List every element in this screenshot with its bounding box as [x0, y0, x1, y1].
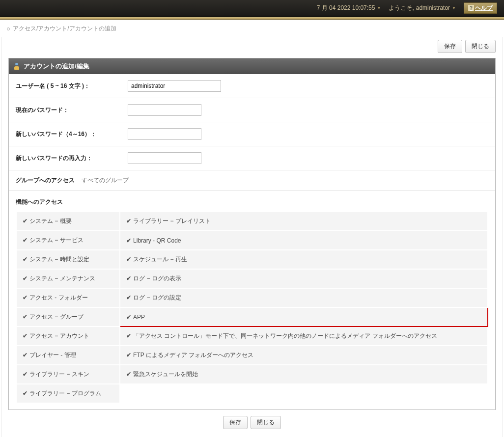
- perm-cell[interactable]: ✔プレイヤー - 管理: [16, 346, 120, 365]
- perm-cell[interactable]: ✔アクセス − グループ: [16, 307, 120, 327]
- confirm-password-input[interactable]: [128, 152, 201, 164]
- save-button[interactable]: 保存: [438, 40, 462, 53]
- check-icon: ✔: [23, 275, 28, 282]
- perm-cell[interactable]: ✔アクセス − アカウント: [16, 327, 120, 346]
- content-area: 保存 閉じる アカウントの追加/編集 ユーザー名 ( 5 ~ 16 文字 )： …: [1, 37, 503, 437]
- perm-cell[interactable]: ✔システム − メンテナンス: [16, 269, 120, 288]
- perm-cell[interactable]: ✔緊急スケジュールを開始: [120, 365, 488, 384]
- check-icon: ✔: [126, 332, 131, 339]
- confirm-password-label: 新しいパスワードの再入力：: [16, 154, 128, 163]
- row-username: ユーザー名 ( 5 ~ 16 文字 )：: [9, 74, 495, 98]
- check-icon: ✔: [23, 218, 28, 224]
- table-row: ✔システム − メンテナンス ✔ログ − ログの表示: [16, 269, 488, 288]
- datetime-display[interactable]: 7 月 04 2022 10:07:55 ▼: [317, 4, 381, 12]
- table-row: ✔システム − 時間と設定 ✔スケジュール − 再生: [16, 250, 488, 269]
- close-button[interactable]: 閉じる: [465, 40, 496, 53]
- check-icon: ✔: [23, 294, 28, 301]
- table-row: ✔アクセス - フォルダー ✔ログ − ログの設定: [16, 288, 488, 307]
- perm-cell[interactable]: ✔FTP によるメディア フォルダーへのアクセス: [120, 346, 488, 365]
- check-icon: ✔: [126, 314, 131, 321]
- check-icon: ✔: [23, 332, 28, 339]
- top-button-row: 保存 閉じる: [8, 37, 496, 58]
- table-row: ✔アクセス − アカウント ✔「アクセス コントロール」モード下で、同一ネットワ…: [16, 327, 488, 346]
- perm-cell[interactable]: ✔システム − サービス: [16, 231, 120, 250]
- permission-table: ✔システム − 概要 ✔ライブラリー − プレイリスト ✔システム − サービス…: [16, 211, 488, 404]
- row-confirm-password: 新しいパスワードの再入力：: [9, 146, 495, 170]
- check-icon: ✔: [126, 352, 131, 358]
- table-row: ✔ライブラリー − スキン ✔緊急スケジュールを開始: [16, 365, 488, 384]
- group-access-value: すべてのグループ: [82, 176, 129, 185]
- bullet-icon: [7, 27, 10, 30]
- perm-cell[interactable]: ✔スケジュール − 再生: [120, 250, 488, 269]
- welcome-prefix: ようこそ,: [389, 4, 414, 12]
- check-icon: ✔: [23, 371, 28, 378]
- breadcrumb-text: アクセス/アカウント/アカウントの追加: [13, 25, 116, 33]
- welcome-user[interactable]: ようこそ, administrator ▼: [389, 4, 456, 12]
- row-new-password: 新しいパスワード（4～16）：: [9, 122, 495, 146]
- perm-cell[interactable]: ✔システム − 概要: [16, 212, 120, 231]
- table-row: ✔ライブラリー − プログラム: [16, 384, 488, 403]
- check-icon: ✔: [23, 390, 28, 397]
- table-row: ✔システム − サービス ✔Library - QR Code: [16, 231, 488, 250]
- perm-cell[interactable]: ✔システム − 時間と設定: [16, 250, 120, 269]
- panel-header: アカウントの追加/編集: [9, 58, 495, 74]
- panel-body: ユーザー名 ( 5 ~ 16 文字 )： 現在のパスワード： 新しいパスワード（…: [9, 74, 495, 404]
- current-password-label: 現在のパスワード：: [16, 106, 128, 114]
- save-button[interactable]: 保存: [223, 416, 248, 429]
- check-icon: ✔: [126, 371, 131, 378]
- check-icon: ✔: [126, 275, 131, 282]
- help-button[interactable]: ? ヘルプ: [464, 2, 497, 14]
- table-row: ✔システム − 概要 ✔ライブラリー − プレイリスト: [16, 212, 488, 231]
- check-icon: ✔: [126, 237, 131, 244]
- perm-cell[interactable]: ✔「アクセス コントロール」モード下で、同一ネットワーク内の他のノードによるメデ…: [120, 327, 488, 346]
- perm-cell[interactable]: ✔ライブラリー − スキン: [16, 365, 120, 384]
- row-current-password: 現在のパスワード：: [9, 98, 495, 122]
- perm-cell-app[interactable]: ✔APP: [120, 307, 488, 327]
- check-icon: ✔: [23, 256, 28, 263]
- datetime-text: 7 月 04 2022 10:07:55: [317, 4, 375, 12]
- check-icon: ✔: [126, 218, 131, 224]
- close-button[interactable]: 閉じる: [251, 416, 281, 429]
- bottom-button-row: 保存 閉じる: [8, 410, 496, 429]
- breadcrumb: アクセス/アカウント/アカウントの追加: [0, 20, 504, 37]
- check-icon: ✔: [126, 256, 131, 263]
- new-password-label: 新しいパスワード（4～16）：: [16, 130, 128, 138]
- perm-cell[interactable]: ✔ログ − ログの設定: [120, 288, 488, 307]
- chevron-down-icon: ▼: [377, 6, 381, 10]
- check-icon: ✔: [23, 313, 28, 320]
- perm-cell[interactable]: ✔アクセス - フォルダー: [16, 288, 120, 307]
- perm-cell-empty: [120, 384, 488, 403]
- welcome-username: administrator: [416, 4, 450, 11]
- top-bar: 7 月 04 2022 10:07:55 ▼ ようこそ, administrat…: [0, 0, 504, 17]
- help-icon: ?: [468, 5, 474, 11]
- username-label: ユーザー名 ( 5 ~ 16 文字 )：: [16, 82, 128, 90]
- group-access-label: グループへのアクセス: [16, 176, 82, 185]
- chevron-down-icon: ▼: [452, 6, 456, 10]
- account-panel: アカウントの追加/編集 ユーザー名 ( 5 ~ 16 文字 )： 現在のパスワー…: [8, 58, 496, 410]
- perm-cell[interactable]: ✔ライブラリー − プログラム: [16, 384, 120, 403]
- check-icon: ✔: [23, 352, 28, 358]
- help-label: ヘルプ: [475, 4, 493, 12]
- row-group-access: グループへのアクセス すべてのグループ: [9, 170, 495, 191]
- table-row: ✔アクセス − グループ ✔APP: [16, 307, 488, 327]
- table-row: ✔プレイヤー - 管理 ✔FTP によるメディア フォルダーへのアクセス: [16, 346, 488, 365]
- new-password-input[interactable]: [128, 128, 201, 140]
- username-input[interactable]: [128, 80, 221, 92]
- feature-access-title: 機能へのアクセス: [9, 191, 495, 211]
- panel-title: アカウントの追加/編集: [24, 62, 89, 71]
- user-icon: [14, 63, 21, 70]
- perm-cell[interactable]: ✔ライブラリー − プレイリスト: [120, 212, 488, 231]
- perm-cell[interactable]: ✔Library - QR Code: [120, 231, 488, 250]
- check-icon: ✔: [126, 294, 131, 301]
- current-password-input[interactable]: [128, 104, 201, 116]
- perm-cell[interactable]: ✔ログ − ログの表示: [120, 269, 488, 288]
- check-icon: ✔: [23, 237, 28, 244]
